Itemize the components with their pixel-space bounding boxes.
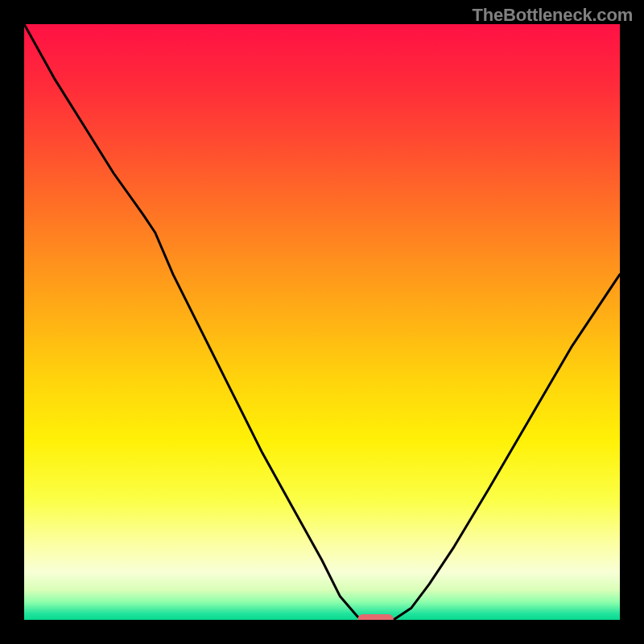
- chart-plot-area: [24, 24, 620, 620]
- chart-svg: [24, 24, 620, 620]
- bottleneck-curve: [24, 24, 620, 620]
- attribution-label: TheBottleneck.com: [472, 5, 633, 26]
- chart-frame: TheBottleneck.com: [0, 0, 644, 644]
- minimum-marker: [357, 614, 393, 620]
